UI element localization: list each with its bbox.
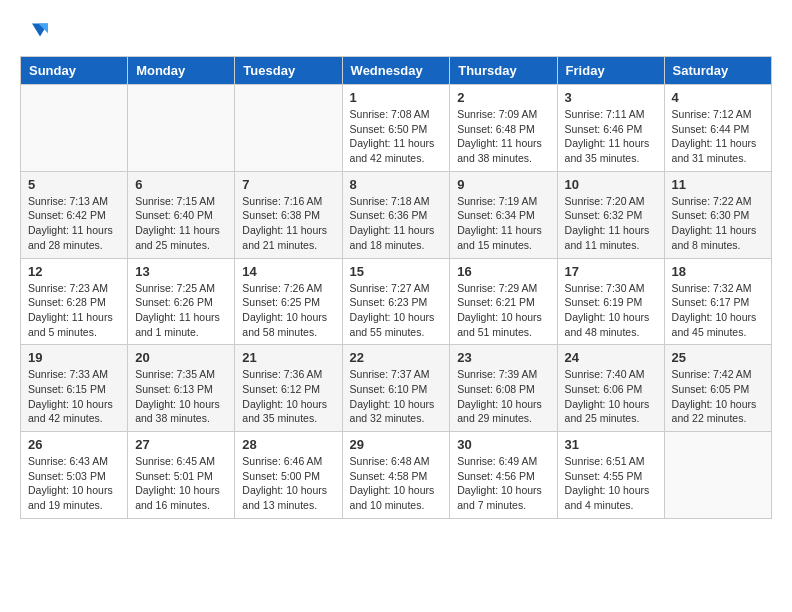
- calendar-cell: [235, 85, 342, 172]
- day-info: Sunrise: 7:26 AM Sunset: 6:25 PM Dayligh…: [242, 281, 334, 340]
- day-number: 25: [672, 350, 764, 365]
- header-row: Sunday Monday Tuesday Wednesday Thursday…: [21, 57, 772, 85]
- day-number: 15: [350, 264, 443, 279]
- day-info: Sunrise: 7:42 AM Sunset: 6:05 PM Dayligh…: [672, 367, 764, 426]
- day-info: Sunrise: 7:27 AM Sunset: 6:23 PM Dayligh…: [350, 281, 443, 340]
- day-number: 24: [565, 350, 657, 365]
- calendar-cell: 20Sunrise: 7:35 AM Sunset: 6:13 PM Dayli…: [128, 345, 235, 432]
- day-number: 13: [135, 264, 227, 279]
- calendar-cell: 24Sunrise: 7:40 AM Sunset: 6:06 PM Dayli…: [557, 345, 664, 432]
- day-number: 20: [135, 350, 227, 365]
- day-info: Sunrise: 7:16 AM Sunset: 6:38 PM Dayligh…: [242, 194, 334, 253]
- day-number: 28: [242, 437, 334, 452]
- header-sunday: Sunday: [21, 57, 128, 85]
- day-info: Sunrise: 7:25 AM Sunset: 6:26 PM Dayligh…: [135, 281, 227, 340]
- day-info: Sunrise: 6:46 AM Sunset: 5:00 PM Dayligh…: [242, 454, 334, 513]
- calendar-cell: 1Sunrise: 7:08 AM Sunset: 6:50 PM Daylig…: [342, 85, 450, 172]
- calendar-cell: 10Sunrise: 7:20 AM Sunset: 6:32 PM Dayli…: [557, 171, 664, 258]
- day-number: 17: [565, 264, 657, 279]
- calendar-body: 1Sunrise: 7:08 AM Sunset: 6:50 PM Daylig…: [21, 85, 772, 519]
- day-info: Sunrise: 7:13 AM Sunset: 6:42 PM Dayligh…: [28, 194, 120, 253]
- calendar-cell: 29Sunrise: 6:48 AM Sunset: 4:58 PM Dayli…: [342, 432, 450, 519]
- day-number: 8: [350, 177, 443, 192]
- calendar-table: Sunday Monday Tuesday Wednesday Thursday…: [20, 56, 772, 519]
- day-info: Sunrise: 7:18 AM Sunset: 6:36 PM Dayligh…: [350, 194, 443, 253]
- day-number: 29: [350, 437, 443, 452]
- day-info: Sunrise: 6:45 AM Sunset: 5:01 PM Dayligh…: [135, 454, 227, 513]
- day-number: 19: [28, 350, 120, 365]
- day-info: Sunrise: 7:35 AM Sunset: 6:13 PM Dayligh…: [135, 367, 227, 426]
- day-number: 12: [28, 264, 120, 279]
- day-number: 14: [242, 264, 334, 279]
- calendar-cell: 14Sunrise: 7:26 AM Sunset: 6:25 PM Dayli…: [235, 258, 342, 345]
- day-info: Sunrise: 7:20 AM Sunset: 6:32 PM Dayligh…: [565, 194, 657, 253]
- calendar-cell: 2Sunrise: 7:09 AM Sunset: 6:48 PM Daylig…: [450, 85, 557, 172]
- calendar-cell: 8Sunrise: 7:18 AM Sunset: 6:36 PM Daylig…: [342, 171, 450, 258]
- calendar-cell: 16Sunrise: 7:29 AM Sunset: 6:21 PM Dayli…: [450, 258, 557, 345]
- calendar-week-1: 5Sunrise: 7:13 AM Sunset: 6:42 PM Daylig…: [21, 171, 772, 258]
- day-number: 31: [565, 437, 657, 452]
- calendar-week-4: 26Sunrise: 6:43 AM Sunset: 5:03 PM Dayli…: [21, 432, 772, 519]
- day-number: 21: [242, 350, 334, 365]
- calendar-cell: 7Sunrise: 7:16 AM Sunset: 6:38 PM Daylig…: [235, 171, 342, 258]
- calendar-cell: [664, 432, 771, 519]
- day-number: 26: [28, 437, 120, 452]
- calendar-week-2: 12Sunrise: 7:23 AM Sunset: 6:28 PM Dayli…: [21, 258, 772, 345]
- day-info: Sunrise: 7:12 AM Sunset: 6:44 PM Dayligh…: [672, 107, 764, 166]
- calendar-cell: 23Sunrise: 7:39 AM Sunset: 6:08 PM Dayli…: [450, 345, 557, 432]
- day-info: Sunrise: 6:49 AM Sunset: 4:56 PM Dayligh…: [457, 454, 549, 513]
- day-number: 9: [457, 177, 549, 192]
- calendar-cell: 21Sunrise: 7:36 AM Sunset: 6:12 PM Dayli…: [235, 345, 342, 432]
- header-tuesday: Tuesday: [235, 57, 342, 85]
- day-number: 3: [565, 90, 657, 105]
- calendar-cell: 17Sunrise: 7:30 AM Sunset: 6:19 PM Dayli…: [557, 258, 664, 345]
- day-info: Sunrise: 7:08 AM Sunset: 6:50 PM Dayligh…: [350, 107, 443, 166]
- calendar-week-0: 1Sunrise: 7:08 AM Sunset: 6:50 PM Daylig…: [21, 85, 772, 172]
- calendar-cell: 13Sunrise: 7:25 AM Sunset: 6:26 PM Dayli…: [128, 258, 235, 345]
- calendar-cell: [128, 85, 235, 172]
- logo: [20, 20, 48, 40]
- day-info: Sunrise: 7:33 AM Sunset: 6:15 PM Dayligh…: [28, 367, 120, 426]
- calendar-cell: 26Sunrise: 6:43 AM Sunset: 5:03 PM Dayli…: [21, 432, 128, 519]
- calendar-cell: 28Sunrise: 6:46 AM Sunset: 5:00 PM Dayli…: [235, 432, 342, 519]
- header-saturday: Saturday: [664, 57, 771, 85]
- calendar-cell: 9Sunrise: 7:19 AM Sunset: 6:34 PM Daylig…: [450, 171, 557, 258]
- day-info: Sunrise: 7:40 AM Sunset: 6:06 PM Dayligh…: [565, 367, 657, 426]
- day-number: 2: [457, 90, 549, 105]
- calendar-cell: 5Sunrise: 7:13 AM Sunset: 6:42 PM Daylig…: [21, 171, 128, 258]
- calendar-cell: 19Sunrise: 7:33 AM Sunset: 6:15 PM Dayli…: [21, 345, 128, 432]
- day-number: 30: [457, 437, 549, 452]
- day-info: Sunrise: 7:22 AM Sunset: 6:30 PM Dayligh…: [672, 194, 764, 253]
- day-number: 11: [672, 177, 764, 192]
- calendar-cell: 11Sunrise: 7:22 AM Sunset: 6:30 PM Dayli…: [664, 171, 771, 258]
- header-friday: Friday: [557, 57, 664, 85]
- day-number: 7: [242, 177, 334, 192]
- day-number: 4: [672, 90, 764, 105]
- day-info: Sunrise: 6:51 AM Sunset: 4:55 PM Dayligh…: [565, 454, 657, 513]
- day-info: Sunrise: 7:15 AM Sunset: 6:40 PM Dayligh…: [135, 194, 227, 253]
- page-header: [20, 20, 772, 40]
- day-info: Sunrise: 7:23 AM Sunset: 6:28 PM Dayligh…: [28, 281, 120, 340]
- calendar-cell: 25Sunrise: 7:42 AM Sunset: 6:05 PM Dayli…: [664, 345, 771, 432]
- calendar-header: Sunday Monday Tuesday Wednesday Thursday…: [21, 57, 772, 85]
- header-monday: Monday: [128, 57, 235, 85]
- day-info: Sunrise: 6:48 AM Sunset: 4:58 PM Dayligh…: [350, 454, 443, 513]
- day-info: Sunrise: 7:09 AM Sunset: 6:48 PM Dayligh…: [457, 107, 549, 166]
- day-number: 27: [135, 437, 227, 452]
- day-number: 10: [565, 177, 657, 192]
- calendar-cell: [21, 85, 128, 172]
- day-number: 1: [350, 90, 443, 105]
- day-number: 22: [350, 350, 443, 365]
- day-info: Sunrise: 7:39 AM Sunset: 6:08 PM Dayligh…: [457, 367, 549, 426]
- day-info: Sunrise: 7:30 AM Sunset: 6:19 PM Dayligh…: [565, 281, 657, 340]
- header-wednesday: Wednesday: [342, 57, 450, 85]
- calendar-cell: 4Sunrise: 7:12 AM Sunset: 6:44 PM Daylig…: [664, 85, 771, 172]
- calendar-cell: 27Sunrise: 6:45 AM Sunset: 5:01 PM Dayli…: [128, 432, 235, 519]
- calendar-cell: 12Sunrise: 7:23 AM Sunset: 6:28 PM Dayli…: [21, 258, 128, 345]
- day-number: 5: [28, 177, 120, 192]
- day-info: Sunrise: 7:11 AM Sunset: 6:46 PM Dayligh…: [565, 107, 657, 166]
- header-thursday: Thursday: [450, 57, 557, 85]
- calendar-cell: 15Sunrise: 7:27 AM Sunset: 6:23 PM Dayli…: [342, 258, 450, 345]
- day-info: Sunrise: 7:37 AM Sunset: 6:10 PM Dayligh…: [350, 367, 443, 426]
- day-info: Sunrise: 7:32 AM Sunset: 6:17 PM Dayligh…: [672, 281, 764, 340]
